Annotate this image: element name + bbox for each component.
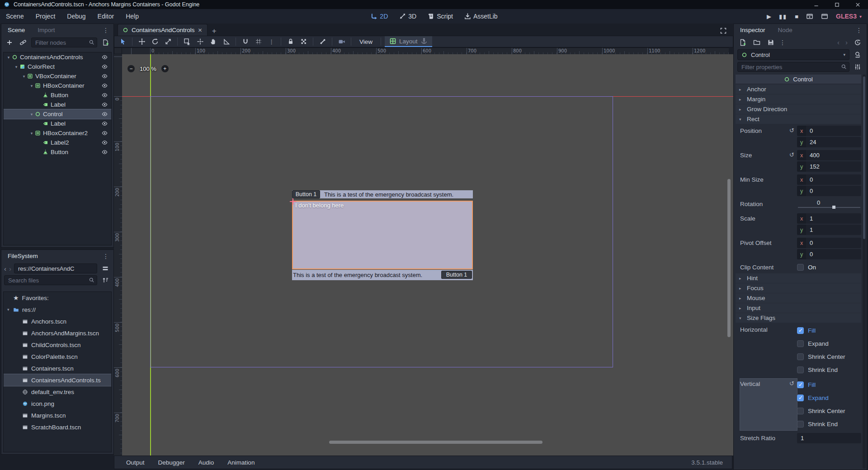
resource-extra-menu-icon[interactable]: ⋮	[779, 39, 786, 46]
menu-editor[interactable]: Editor	[92, 10, 120, 23]
expand-arrow-icon[interactable]: ▾	[28, 84, 35, 88]
v-flag-shrink-center-checkbox[interactable]: Shrink Center	[797, 405, 861, 417]
expand-arrow-icon[interactable]: ▾	[28, 112, 35, 117]
filesystem-row[interactable]: default_env.tres	[4, 386, 111, 398]
filesystem-row[interactable]: ScratchBoard.tscn	[4, 421, 111, 433]
eye-icon[interactable]	[102, 121, 108, 127]
tab-scene[interactable]: Scene	[1, 24, 31, 36]
filesystem-row[interactable]: ContainersAndControls.ts	[4, 374, 111, 386]
group-hint[interactable]: ▸Hint	[736, 273, 861, 283]
scene-tree-row[interactable]: ▾Control	[4, 109, 111, 119]
scene-tree-row[interactable]: Label	[4, 119, 111, 128]
min-size-y-field[interactable]: y0	[797, 186, 861, 196]
minimize-button[interactable]	[806, 0, 826, 9]
edit-pivot-tool-button[interactable]	[194, 37, 206, 47]
v-flag-shrink-end-checkbox[interactable]: Shrink End	[797, 418, 861, 430]
load-resource-button[interactable]	[751, 38, 762, 47]
stop-button[interactable]: ■	[795, 14, 798, 19]
move-tool-button[interactable]	[136, 37, 147, 47]
bottom-panel-debugger[interactable]: Debugger	[153, 457, 190, 468]
scene-tree-row[interactable]: Button	[4, 90, 111, 100]
group-anchor[interactable]: ▸Anchor	[736, 85, 861, 94]
search-files-input[interactable]	[5, 277, 97, 284]
revert-icon[interactable]: ↺	[789, 380, 794, 387]
group-mouse[interactable]: ▸Mouse	[736, 293, 861, 303]
group-grow-direction[interactable]: ▸Grow Direction	[736, 104, 861, 114]
scene-tree-row[interactable]: ▾HBoxContainer	[4, 81, 111, 90]
list-select-tool-button[interactable]	[181, 37, 193, 47]
play-custom-scene-button[interactable]	[821, 13, 828, 20]
fs-back-button[interactable]: ‹	[4, 265, 6, 272]
rotate-tool-button[interactable]	[149, 37, 160, 47]
bottom-panel-animation[interactable]: Animation	[222, 457, 260, 468]
history-icon[interactable]	[852, 38, 863, 47]
mode-script-button[interactable]: Script	[424, 11, 456, 22]
group-size-flags[interactable]: ▾Size Flags	[736, 313, 861, 323]
play-scene-button[interactable]	[806, 13, 813, 20]
grid-snap-button[interactable]	[253, 37, 264, 47]
h-flag-shrink-end-checkbox[interactable]: Shrink End	[797, 364, 861, 376]
inspector-tools-icon[interactable]	[852, 62, 863, 72]
mode-2d-button[interactable]: 2D	[367, 11, 391, 22]
history-back-icon[interactable]: ‹	[836, 38, 841, 46]
pivot-x-field[interactable]: x0	[797, 238, 861, 248]
panel-menu-icon[interactable]: ⋮	[103, 253, 109, 260]
stretch-ratio-field[interactable]: 1	[797, 433, 861, 443]
save-resource-button[interactable]	[765, 38, 776, 47]
layout-menu-button[interactable]: Layout	[385, 36, 432, 47]
clip-content-checkbox[interactable]: On	[797, 262, 861, 272]
tab-inspector[interactable]: Inspector	[734, 24, 772, 36]
class-section-header[interactable]: Control	[736, 75, 861, 84]
add-node-button[interactable]	[4, 38, 15, 47]
close-button[interactable]	[847, 0, 868, 9]
close-tab-icon[interactable]: ✕	[198, 27, 203, 33]
scene-tree-row[interactable]: ▾ContainersAndControls	[4, 52, 111, 62]
eye-icon[interactable]	[102, 111, 108, 117]
fs-split-mode-icon[interactable]	[100, 263, 111, 273]
new-resource-button[interactable]	[737, 38, 748, 47]
eye-icon[interactable]	[102, 83, 108, 89]
panel-menu-icon[interactable]: ⋮	[103, 27, 109, 34]
inspector-scrollbar[interactable]	[863, 75, 866, 469]
menu-scene[interactable]: Scene	[0, 10, 30, 23]
expand-arrow-icon[interactable]: ▾	[5, 55, 12, 60]
renderer-selector[interactable]: GLES3 ▾	[836, 13, 862, 20]
expand-arrow-icon[interactable]: ▾	[13, 65, 19, 69]
revert-icon[interactable]: ↺	[789, 127, 794, 134]
eye-icon[interactable]	[102, 54, 108, 60]
filter-properties-input[interactable]	[738, 64, 849, 70]
eye-icon[interactable]	[102, 140, 108, 146]
filesystem-row[interactable]: ★Favorites:	[4, 292, 111, 304]
distraction-free-icon[interactable]	[718, 26, 729, 36]
fs-sort-icon[interactable]	[100, 275, 111, 285]
fs-forward-button[interactable]: ›	[9, 265, 11, 272]
zoom-in-button[interactable]: +	[161, 65, 169, 72]
canvas-button-top[interactable]: Button 1	[292, 190, 320, 198]
smart-snap-button[interactable]	[240, 37, 251, 47]
filesystem-row[interactable]: icon.png	[4, 398, 111, 409]
play-button[interactable]: ▶	[767, 14, 771, 19]
tab-filesystem[interactable]: FileSystem	[1, 250, 44, 262]
filesystem-row[interactable]: ColorPalette.tscn	[4, 351, 111, 362]
scene-tree-row[interactable]: Button	[4, 147, 111, 157]
scale-x-field[interactable]: x1	[797, 213, 861, 224]
canvas-button-bottom[interactable]: Button 1	[441, 271, 472, 279]
size-x-field[interactable]: x400	[797, 150, 861, 160]
expand-arrow-icon[interactable]: ▾	[28, 131, 35, 136]
2d-canvas[interactable]: − 100 % + Button 1 This is a test of the…	[122, 54, 733, 456]
filesystem-row[interactable]: Anchors.tscn	[4, 315, 111, 327]
expand-arrow-icon[interactable]: ▾	[7, 307, 13, 312]
scene-tree-row[interactable]: ▾ColorRect	[4, 62, 111, 71]
v-flag-expand-checkbox[interactable]: Expand	[797, 392, 861, 404]
pan-tool-button[interactable]	[208, 37, 219, 47]
v-flag-fill-checkbox[interactable]: Fill	[797, 379, 861, 391]
open-docs-icon[interactable]	[852, 50, 863, 60]
menu-debug[interactable]: Debug	[61, 10, 91, 23]
fs-path-input[interactable]	[14, 265, 97, 272]
attach-script-button[interactable]	[100, 38, 111, 47]
expand-arrow-icon[interactable]: ▾	[21, 74, 27, 79]
zoom-level[interactable]: 100 %	[140, 66, 156, 72]
filesystem-row[interactable]: ▾res://	[4, 304, 111, 315]
eye-icon[interactable]	[102, 64, 108, 70]
canvas-hscrollbar[interactable]	[329, 441, 542, 444]
